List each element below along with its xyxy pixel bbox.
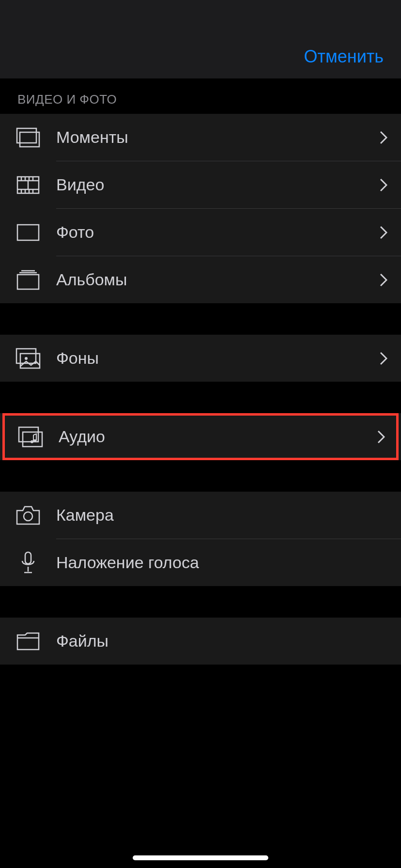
row-audio[interactable]: Аудио: [2, 413, 399, 460]
cancel-button[interactable]: Отменить: [304, 46, 384, 67]
svg-rect-22: [23, 432, 42, 447]
folder-icon: [15, 628, 42, 655]
audio-icon: [17, 423, 44, 450]
camera-icon: [15, 502, 42, 529]
chevron-right-icon: [380, 131, 387, 144]
video-icon: [15, 171, 42, 199]
row-label: Файлы: [56, 632, 380, 651]
section-camera-voice: Камера Наложение голоса: [0, 492, 401, 586]
chevron-right-icon: [380, 352, 387, 365]
svg-rect-15: [17, 275, 39, 289]
row-label: Наложение голоса: [56, 553, 380, 572]
microphone-icon: [15, 549, 42, 576]
albums-icon: [15, 266, 42, 294]
chevron-right-icon: [380, 273, 387, 287]
content: ВИДЕО И ФОТО Моменты: [0, 78, 401, 665]
section-backgrounds: Фоны: [0, 335, 401, 382]
photo-icon: [15, 219, 42, 246]
backgrounds-icon: [15, 345, 42, 372]
svg-rect-26: [25, 552, 31, 564]
row-video[interactable]: Видео: [0, 161, 401, 208]
row-files[interactable]: Файлы: [0, 618, 401, 665]
row-label: Аудио: [59, 427, 377, 446]
row-albums[interactable]: Альбомы: [0, 256, 401, 303]
chevron-right-icon: [380, 226, 387, 239]
svg-point-23: [31, 440, 33, 443]
svg-rect-14: [17, 225, 39, 240]
svg-point-20: [25, 357, 28, 360]
row-photo[interactable]: Фото: [0, 209, 401, 256]
row-moments[interactable]: Моменты: [0, 114, 401, 161]
chevron-right-icon: [377, 430, 385, 444]
section-files: Файлы: [0, 618, 401, 665]
section-audio: Аудио: [0, 413, 401, 460]
gap: [0, 303, 401, 335]
gap: [0, 460, 401, 492]
svg-point-25: [24, 512, 32, 521]
svg-point-24: [33, 439, 36, 442]
chevron-right-icon: [380, 178, 387, 192]
svg-rect-19: [20, 354, 40, 368]
row-voiceover[interactable]: Наложение голоса: [0, 539, 401, 586]
row-backgrounds[interactable]: Фоны: [0, 335, 401, 382]
row-camera[interactable]: Камера: [0, 492, 401, 539]
section-video-photo: Моменты: [0, 114, 401, 303]
row-label: Камера: [56, 506, 380, 525]
gap: [0, 586, 401, 618]
gap: [0, 382, 401, 413]
home-indicator: [133, 855, 268, 860]
row-label: Видео: [56, 175, 380, 194]
section-header-video-photo: ВИДЕО И ФОТО: [0, 78, 401, 114]
row-label: Фоны: [56, 349, 380, 368]
header: Отменить: [0, 0, 401, 78]
row-label: Альбомы: [56, 270, 380, 289]
moments-icon: [15, 124, 42, 151]
row-label: Фото: [56, 223, 380, 242]
row-label: Моменты: [56, 128, 380, 147]
